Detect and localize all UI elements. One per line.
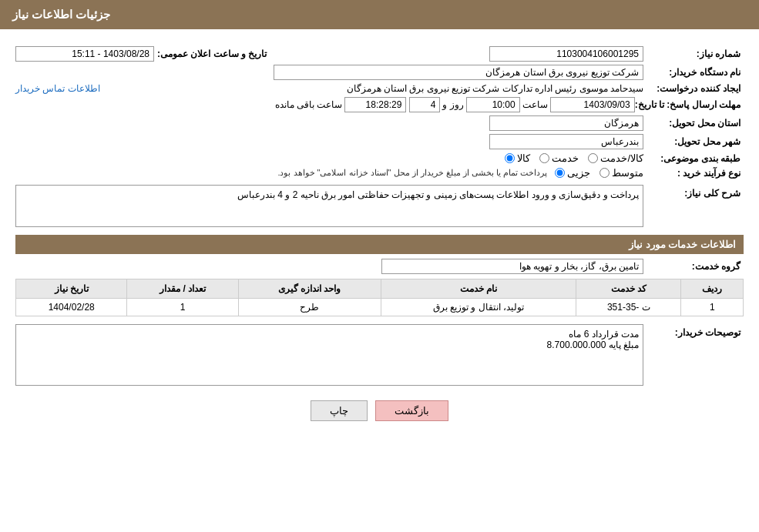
cell-service_code: ت -35-351 <box>576 299 681 316</box>
deadline-time-input[interactable] <box>466 97 520 112</box>
deadline-row: مهلت ارسال پاسخ: تا تاریخ: ساعت روز و سا… <box>15 97 744 112</box>
service-group-row: گروه خدمت: <box>15 259 744 274</box>
requester-label: ایجاد کننده درخواست: <box>643 83 744 94</box>
back-button[interactable]: بازگشت <box>375 400 448 421</box>
services-table: ردیف کد خدمت نام خدمت واحد اندازه گیری ت… <box>15 279 744 316</box>
col-service-name: نام خدمت <box>381 279 576 299</box>
purchase-type-motavasset-option[interactable]: متوسط <box>599 167 643 179</box>
category-row: طبقه بندی موضوعی: کالا/خدمت خدمت کالا <box>15 152 744 164</box>
purchase-type-radio-group: متوسط جزیی <box>555 167 643 179</box>
page-header: جزئیات اطلاعات نیاز <box>0 0 759 29</box>
deadline-date-input[interactable] <box>550 97 635 112</box>
category-label: طبقه بندی موضوعی: <box>643 153 744 164</box>
page-title: جزئیات اطلاعات نیاز <box>12 8 110 21</box>
deadline-remaining-input[interactable] <box>344 97 406 112</box>
deadline-days-label: روز و <box>442 99 463 110</box>
city-input[interactable] <box>489 134 643 149</box>
purchase-type-jozi-option[interactable]: جزیی <box>555 167 590 179</box>
category-khedmat-label: خدمت <box>552 152 579 164</box>
category-kala-khedmat-option[interactable]: کالا/خدمت <box>588 152 643 164</box>
category-kala-khedmat-label: کالا/خدمت <box>600 152 643 164</box>
description-value: پرداخت و دقیق‌سازی و ورود اطلاعات پست‌ها… <box>15 185 643 227</box>
cell-unit: طرح <box>238 299 381 316</box>
description-row: شرح کلی نیاز: پرداخت و دقیق‌سازی و ورود … <box>15 185 744 227</box>
cell-date: 1404/02/28 <box>16 299 127 316</box>
service-group-label: گروه خدمت: <box>643 261 744 272</box>
page-wrapper: جزئیات اطلاعات نیاز شماره نیاز: تاریخ و … <box>0 0 759 532</box>
purchase-type-motavasset-label: متوسط <box>612 167 643 179</box>
announce-date-label: تاریخ و ساعت اعلان عمومی: <box>157 49 270 59</box>
category-khedmat-option[interactable]: خدمت <box>539 152 579 164</box>
province-row: استان محل تحویل: <box>15 115 744 131</box>
requester-value: سیدحامد موسوی رئیس اداره تدارکات شرکت تو… <box>106 83 643 94</box>
category-khedmat-radio[interactable] <box>539 153 549 163</box>
table-row: 1ت -35-351تولید، انتقال و توزیع برقطرح11… <box>16 299 744 316</box>
city-label: شهر محل تحویل: <box>643 136 744 147</box>
category-kala-label: کالا <box>517 152 530 164</box>
cell-row_num: 1 <box>681 299 744 316</box>
purchase-type-row: نوع فرآیند خرید : متوسط جزیی پرداخت تمام… <box>15 167 744 179</box>
services-section-title: اطلاعات خدمات مورد نیاز <box>15 235 744 254</box>
col-row-num: ردیف <box>681 279 744 299</box>
city-row: شهر محل تحویل: <box>15 134 744 149</box>
requester-row: ایجاد کننده درخواست: سیدحامد موسوی رئیس … <box>15 83 744 94</box>
buyer-org-row: نام دستگاه خریدار: <box>15 65 744 80</box>
deadline-time-label: ساعت <box>522 99 548 110</box>
announce-date-input[interactable] <box>15 46 154 62</box>
deadline-remaining-label: ساعت باقی مانده <box>275 99 343 110</box>
category-kala-radio[interactable] <box>505 153 515 163</box>
category-kala-option[interactable]: کالا <box>505 152 530 164</box>
col-date: تاریخ نیاز <box>16 279 127 299</box>
buyer-org-input[interactable] <box>274 65 643 80</box>
cell-count: 1 <box>127 299 238 316</box>
category-kala-khedmat-radio[interactable] <box>588 153 598 163</box>
need-number-label: شماره نیاز: <box>643 49 744 59</box>
purchase-type-jozi-label: جزیی <box>567 167 590 179</box>
col-unit: واحد اندازه گیری <box>238 279 381 299</box>
service-group-input[interactable] <box>381 259 643 274</box>
buyer-notes-label: توصیحات خریدار: <box>643 324 744 338</box>
buyer-org-label: نام دستگاه خریدار: <box>643 67 744 78</box>
col-count: تعداد / مقدار <box>127 279 238 299</box>
deadline-days-input[interactable] <box>409 97 440 112</box>
need-number-input[interactable] <box>489 46 643 62</box>
need-number-row: شماره نیاز: تاریخ و ساعت اعلان عمومی: <box>15 46 744 62</box>
buyer-notes-textarea[interactable] <box>15 324 643 386</box>
purchase-type-note: پرداخت تمام یا بخشی از مبلغ خریدار از مح… <box>277 168 547 178</box>
buyer-notes-row: توصیحات خریدار: <box>15 324 744 388</box>
purchase-type-jozi-radio[interactable] <box>555 168 565 178</box>
purchase-type-motavasset-radio[interactable] <box>599 168 610 178</box>
category-radio-group: کالا/خدمت خدمت کالا <box>505 152 643 164</box>
description-label: شرح کلی نیاز: <box>643 185 744 199</box>
purchase-type-label: نوع فرآیند خرید : <box>643 168 744 179</box>
province-label: استان محل تحویل: <box>643 118 744 129</box>
contact-link[interactable]: اطلاعات تماس خریدار <box>15 83 100 94</box>
print-button[interactable]: چاپ <box>311 400 368 421</box>
province-input[interactable] <box>489 115 643 131</box>
col-service-code: کد خدمت <box>576 279 681 299</box>
main-content: شماره نیاز: تاریخ و ساعت اعلان عمومی: نا… <box>0 29 759 438</box>
cell-service_name: تولید، انتقال و توزیع برق <box>381 299 576 316</box>
deadline-label: مهلت ارسال پاسخ: تا تاریخ: <box>635 99 744 110</box>
button-row: بازگشت چاپ <box>15 400 744 421</box>
